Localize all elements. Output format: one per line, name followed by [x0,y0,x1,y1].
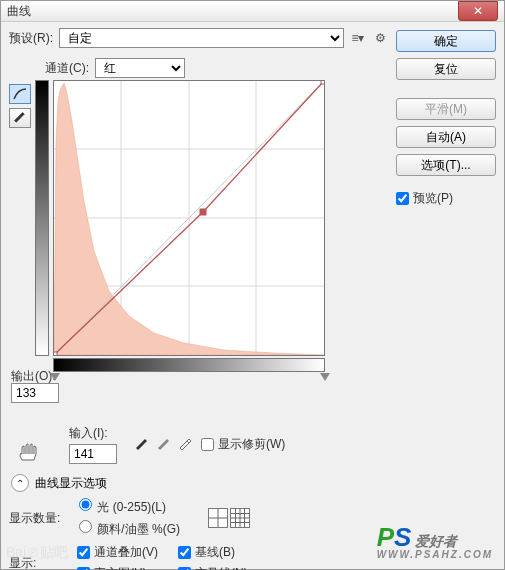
light-radio[interactable]: 光 (0-255)(L) [79,498,180,516]
crossline-checkbox[interactable]: 交叉线(N) [178,565,248,570]
black-slider[interactable] [50,373,60,381]
svg-rect-7 [54,352,57,355]
input-gradient [53,358,325,372]
gray-eyedropper-icon[interactable] [155,435,171,454]
output-input[interactable] [11,383,59,403]
preview-input[interactable] [396,192,409,205]
curves-dialog: 曲线 ✕ 预设(R): 自定 ≡▾ ⚙ 通道(C): 红 [0,0,505,570]
close-button[interactable]: ✕ [458,1,498,21]
curve-point-mid [200,209,206,215]
output-gradient [35,80,49,356]
white-slider[interactable] [320,373,330,381]
curve-options-expander[interactable]: ⌃ 曲线显示选项 [11,474,388,492]
titlebar: 曲线 ✕ [1,1,504,22]
pencil-tool-button[interactable] [9,108,31,128]
dialog-body: 预设(R): 自定 ≡▾ ⚙ 通道(C): 红 [1,22,504,570]
chevron-icon: ⌃ [11,474,29,492]
options-button[interactable]: 选项(T)... [396,154,496,176]
watermark-logo: PS 爱好者 WWW.PSAHZ.COM [377,522,493,560]
grid-coarse-button[interactable] [208,508,228,528]
preset-menu-icon[interactable]: ≡▾ [350,30,366,46]
graph-box [35,80,325,370]
channel-row: 通道(C): 红 [45,58,388,78]
curves-plot[interactable] [53,80,325,356]
reset-button[interactable]: 复位 [396,58,496,80]
histogram-checkbox[interactable]: 直方图(H) [77,565,158,570]
input-row: 输入(I): 显示修剪(W) [69,425,388,464]
hand-icon [18,442,40,462]
white-eyedropper-icon[interactable] [177,435,193,454]
curve-options-label: 曲线显示选项 [35,475,107,492]
preset-row: 预设(R): 自定 ≡▾ ⚙ [9,28,388,48]
show-amount-row: 显示数量: 光 (0-255)(L) 颜料/油墨 %(G) [9,498,388,538]
graph-tools [9,80,35,370]
auto-button[interactable]: 自动(A) [396,126,496,148]
show-clipping-checkbox[interactable]: 显示修剪(W) [201,436,285,453]
preset-label: 预设(R): [9,30,53,47]
svg-rect-8 [321,81,324,84]
right-panel: 确定 复位 平滑(M) 自动(A) 选项(T)... 预览(P) [396,28,496,570]
dialog-title: 曲线 [7,3,458,20]
preview-checkbox[interactable]: 预览(P) [396,190,496,207]
left-panel: 预设(R): 自定 ≡▾ ⚙ 通道(C): 红 [9,28,388,570]
show-clipping-label: 显示修剪(W) [218,436,285,453]
show-clipping-input[interactable] [201,438,214,451]
curve-tool-button[interactable] [9,84,31,104]
preset-select[interactable]: 自定 [59,28,344,48]
grid-size-buttons [208,508,250,528]
gear-icon[interactable]: ⚙ [372,30,388,46]
channel-label: 通道(C): [45,60,89,77]
ok-button[interactable]: 确定 [396,30,496,52]
curve-icon [13,88,27,100]
eyedroppers [133,435,193,454]
graph-area [9,80,388,370]
baseline-checkbox[interactable]: 基线(B) [178,544,248,561]
input-input[interactable] [69,444,117,464]
pencil-icon [13,111,27,125]
smooth-button[interactable]: 平滑(M) [396,98,496,120]
show-amount-label: 显示数量: [9,510,71,527]
input-label: 输入(I): [69,425,108,442]
hand-tool-button[interactable] [18,442,40,465]
baidu-watermark: Bai℗贴吧 [6,544,68,562]
output-value-row [11,383,388,403]
graph-wrap [35,80,388,370]
pigment-radio[interactable]: 颜料/油墨 %(G) [79,520,180,538]
black-eyedropper-icon[interactable] [133,435,149,454]
grid-fine-button[interactable] [230,508,250,528]
channel-select[interactable]: 红 [95,58,185,78]
channel-overlay-checkbox[interactable]: 通道叠加(V) [77,544,158,561]
